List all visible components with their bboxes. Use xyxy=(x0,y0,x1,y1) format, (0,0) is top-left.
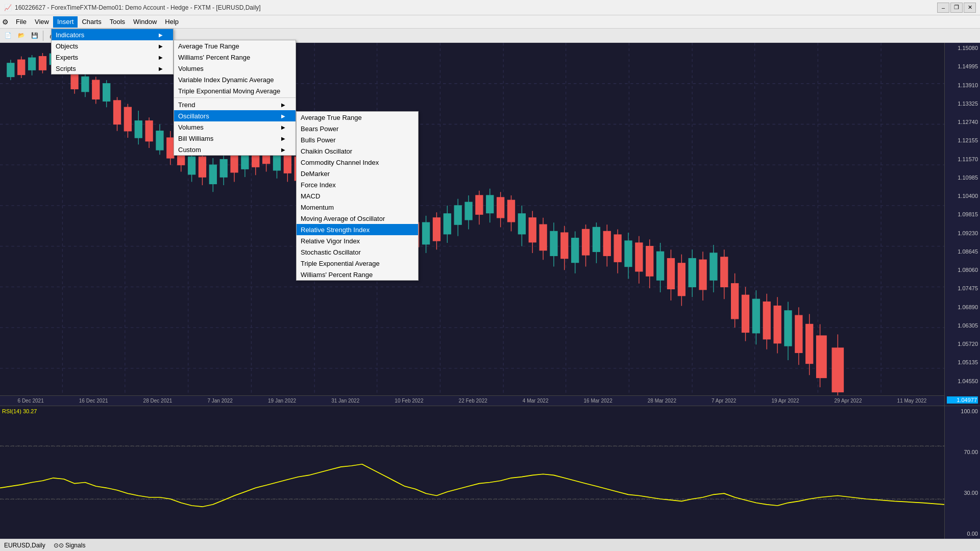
price-label-10: 1.09815 xyxy=(947,211,978,217)
svg-rect-75 xyxy=(284,153,291,173)
osc-momentum[interactable]: Momentum xyxy=(297,202,418,213)
time-label-15: 11 May 2022 xyxy=(897,398,927,404)
time-label-12: 7 Apr 2022 xyxy=(712,398,736,404)
osc-bears-power[interactable]: Bears Power xyxy=(297,123,418,134)
insert-menu-objects[interactable]: Objects ▶ xyxy=(52,40,173,52)
svg-rect-131 xyxy=(582,229,590,255)
objects-arrow-icon: ▶ xyxy=(159,43,163,49)
osc-williams-percent-range[interactable]: Williams' Percent Range xyxy=(297,269,418,280)
svg-rect-175 xyxy=(817,336,826,378)
price-label-5: 1.12740 xyxy=(947,119,978,125)
rsi-axis: 100.00 70.00 30.00 0.00 xyxy=(944,406,980,539)
time-label-10: 16 Mar 2022 xyxy=(584,398,612,404)
svg-rect-167 xyxy=(774,306,781,343)
price-label-9: 1.10400 xyxy=(947,193,978,199)
osc-commodity-channel-index[interactable]: Commodity Channel Index xyxy=(297,157,418,168)
rsi-axis-100: 100.00 xyxy=(947,408,978,414)
price-label-7: 1.11570 xyxy=(947,156,978,162)
svg-rect-129 xyxy=(572,238,579,263)
indicators-bill-williams[interactable]: Bill Williams ▶ xyxy=(174,133,296,144)
rsi-chart-svg xyxy=(0,406,944,539)
indicators-custom[interactable]: Custom ▶ xyxy=(174,144,296,155)
svg-rect-47 xyxy=(135,121,142,138)
title-bar: 📈 160226627 - ForexTimeFXTM-Demo01: Demo… xyxy=(0,0,980,15)
app-icon: 📈 xyxy=(4,4,12,11)
menu-tools[interactable]: Tools xyxy=(106,16,129,28)
osc-stochastic-oscillator[interactable]: Stochastic Oscillator xyxy=(297,246,418,258)
time-label-2: 16 Dec 2021 xyxy=(79,398,108,404)
svg-rect-137 xyxy=(614,235,621,262)
price-label-8: 1.10985 xyxy=(947,174,978,181)
indicators-volumes2[interactable]: Volumes ▶ xyxy=(174,121,296,133)
osc-macd[interactable]: MACD xyxy=(297,190,418,202)
indicators-variable-index-dynamic-average[interactable]: Variable Index Dynamic Average xyxy=(174,74,296,85)
svg-rect-65 xyxy=(231,155,238,172)
osc-relative-vigor-index[interactable]: Relative Vigor Index xyxy=(297,235,418,246)
insert-menu-scripts[interactable]: Scripts ▶ xyxy=(52,63,173,74)
osc-average-true-range[interactable]: Average True Range xyxy=(297,112,418,123)
oscillators-arrow-icon: ▶ xyxy=(281,113,285,119)
svg-rect-151 xyxy=(689,259,696,287)
osc-moving-average-of-oscillator[interactable]: Moving Average of Oscillator xyxy=(297,213,418,224)
svg-rect-165 xyxy=(763,302,770,339)
osc-relative-strength-index[interactable]: Relative Strength Index xyxy=(297,224,418,235)
close-button[interactable]: ✕ xyxy=(964,3,976,13)
svg-rect-169 xyxy=(785,311,792,346)
indicators-average-true-range[interactable]: Average True Range xyxy=(174,40,296,52)
price-chart[interactable]: .candle-bull { fill: #26a69a; stroke: #2… xyxy=(0,43,980,406)
svg-rect-45 xyxy=(124,107,131,131)
svg-rect-173 xyxy=(806,324,813,363)
price-label-3: 1.13910 xyxy=(947,82,978,88)
svg-rect-159 xyxy=(731,284,739,319)
svg-rect-115 xyxy=(497,197,504,218)
insert-menu-experts[interactable]: Experts ▶ xyxy=(52,52,173,63)
svg-rect-49 xyxy=(145,121,153,141)
menu-help[interactable]: Help xyxy=(161,16,183,28)
svg-rect-103 xyxy=(433,218,440,241)
svg-rect-25 xyxy=(18,60,25,74)
menu-charts[interactable]: Charts xyxy=(78,16,105,28)
time-label-5: 19 Jan 2022 xyxy=(268,398,296,404)
menu-window[interactable]: Window xyxy=(129,16,161,28)
rsi-axis-30: 30.00 xyxy=(947,490,978,496)
svg-rect-51 xyxy=(156,131,163,150)
indicators-williams-percent-range[interactable]: Williams' Percent Range xyxy=(174,52,296,63)
osc-chaikin-oscillator[interactable]: Chaikin Oscillator xyxy=(297,145,418,157)
svg-rect-53 xyxy=(167,138,174,158)
indicators-arrow-icon: ▶ xyxy=(159,32,163,38)
price-label-15: 1.06890 xyxy=(947,304,978,310)
menu-view[interactable]: View xyxy=(31,16,53,28)
toolbar-open[interactable]: 📂 xyxy=(15,30,28,41)
price-label-12: 1.08645 xyxy=(947,248,978,255)
svg-rect-139 xyxy=(625,241,632,266)
svg-rect-127 xyxy=(561,233,568,258)
time-label-4: 7 Jan 2022 xyxy=(207,398,233,404)
time-label-8: 22 Feb 2022 xyxy=(459,398,487,404)
svg-rect-171 xyxy=(795,315,802,353)
svg-rect-177 xyxy=(832,348,843,392)
indicators-volumes[interactable]: Volumes xyxy=(174,63,296,74)
insert-menu-indicators[interactable]: Indicators ▶ xyxy=(52,29,173,40)
svg-rect-161 xyxy=(742,295,749,332)
title-bar-left: 📈 160226627 - ForexTimeFXTM-Demo01: Demo… xyxy=(4,4,261,11)
svg-rect-63 xyxy=(220,160,227,178)
main-area: .candle-bull { fill: #26a69a; stroke: #2… xyxy=(0,43,980,539)
toolbar-new[interactable]: 📄 xyxy=(2,30,14,41)
indicators-oscillators[interactable]: Oscillators ▶ xyxy=(174,110,296,121)
indicators-triple-exponential-moving-average[interactable]: Triple Exponential Moving Average xyxy=(174,85,296,96)
price-label-13: 1.08060 xyxy=(947,267,978,273)
osc-demarker[interactable]: DeMarker xyxy=(297,168,418,179)
osc-bulls-power[interactable]: Bulls Power xyxy=(297,134,418,145)
menu-file[interactable]: File xyxy=(12,16,31,28)
toolbar-save[interactable]: 💾 xyxy=(29,30,41,41)
window-title: 160226627 - ForexTimeFXTM-Demo01: Demo A… xyxy=(15,4,261,11)
svg-rect-109 xyxy=(465,202,472,220)
indicators-trend[interactable]: Trend ▶ xyxy=(174,99,296,110)
osc-force-index[interactable]: Force Index xyxy=(297,179,418,190)
svg-rect-23 xyxy=(7,63,14,77)
restore-button[interactable]: ❐ xyxy=(950,3,963,13)
osc-triple-exponential-average[interactable]: Triple Exponential Average xyxy=(297,258,418,269)
menu-insert[interactable]: Insert xyxy=(53,16,78,28)
minimize-button[interactable]: – xyxy=(937,3,949,13)
price-label-17: 1.05720 xyxy=(947,341,978,347)
